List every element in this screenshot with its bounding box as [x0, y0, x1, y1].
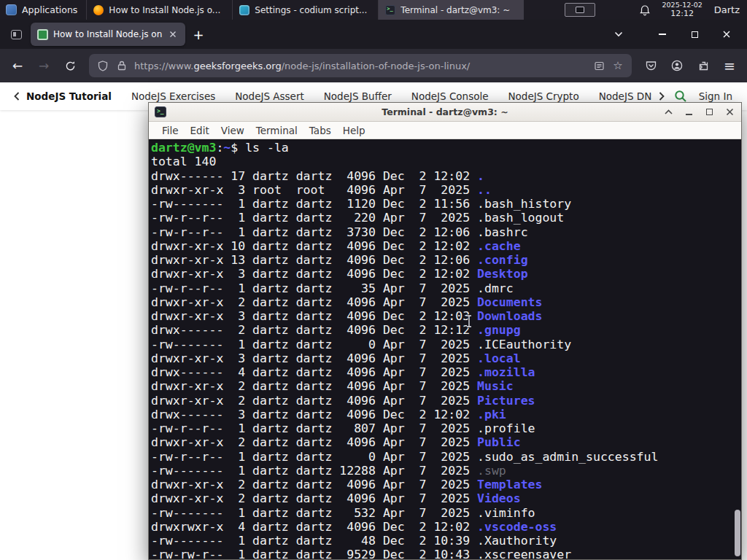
- line-text: drwx------ 17 dartz dartz 4096 Dec 2 12:…: [151, 169, 477, 183]
- file-name: .dmrc: [477, 281, 514, 295]
- menu-icon[interactable]: ≡: [718, 54, 741, 77]
- terminal-line: drwxr-xr-x 13 dartz dartz 4096 Dec 2 12:…: [151, 253, 741, 267]
- nav-scroll-right-icon[interactable]: [655, 90, 668, 103]
- line-text: drwxr-xr-x 2 dartz dartz 4096 Apr 7 2025: [151, 435, 477, 449]
- window-minimize-button[interactable]: [657, 28, 668, 40]
- notification-bell-icon[interactable]: [639, 4, 651, 16]
- applications-menu[interactable]: Applications: [0, 0, 86, 20]
- gfg-favicon: [37, 29, 48, 40]
- terminal-prompt-line: dartz@vm3:~$ ls -la: [151, 141, 741, 155]
- window-close-button[interactable]: [721, 28, 732, 40]
- taskbar-window-title: Settings - codium script...: [255, 5, 367, 15]
- terminal-menu-view[interactable]: View: [215, 125, 250, 136]
- firefox-view-button[interactable]: [6, 24, 26, 44]
- terminal-minimize-button[interactable]: [684, 106, 694, 117]
- terminal-menu-help[interactable]: Help: [337, 125, 371, 136]
- terminal-line: -rw-r--r-- 1 dartz dartz 807 Apr 7 2025 …: [151, 421, 741, 435]
- file-name: .xscreensaver: [477, 548, 571, 559]
- file-name: .cache: [477, 239, 521, 253]
- prompt-user-host: dartz@vm3: [151, 141, 216, 155]
- terminal-line: drwxr-xr-x 3 root root 4096 Apr 7 2025 .…: [151, 183, 741, 197]
- pocket-icon[interactable]: [639, 54, 662, 77]
- sign-in-button[interactable]: Sign In: [699, 90, 732, 102]
- file-name: .swp: [477, 464, 506, 478]
- file-name: Public: [477, 435, 521, 449]
- window-maximize-button[interactable]: [689, 28, 700, 40]
- terminal-menu-terminal[interactable]: Terminal: [250, 125, 303, 136]
- gfg-nav-item[interactable]: NodeJS Tutorial: [26, 90, 112, 102]
- reader-mode-icon[interactable]: [592, 59, 605, 72]
- url-text: https://www.geeksforgeeks.org/node-js/in…: [134, 61, 587, 71]
- gfg-nav-item[interactable]: NodeJS Buffer: [324, 90, 392, 102]
- terminal-line: -rw-r--r-- 1 dartz dartz 3730 Dec 2 12:0…: [151, 225, 741, 239]
- new-tab-button[interactable]: +: [188, 24, 209, 44]
- tracking-shield-icon[interactable]: [96, 59, 109, 72]
- line-text: -rw------- 1 dartz dartz 1120 Dec 2 11:5…: [151, 197, 477, 211]
- file-name: .mozilla: [477, 365, 535, 379]
- workspace-pager[interactable]: [565, 3, 595, 17]
- gfg-nav-item[interactable]: NodeJS Crypto: [508, 90, 579, 102]
- prompt-colon: :: [216, 141, 223, 155]
- gfg-nav-item[interactable]: NodeJS Exercises: [131, 90, 215, 102]
- terminal-line: -rw------- 1 dartz dartz 1120 Dec 2 11:5…: [151, 197, 741, 211]
- reload-icon[interactable]: [58, 54, 82, 77]
- prompt-path: ~: [223, 141, 231, 155]
- terminal-titlebar[interactable]: Terminal - dartz@vm3: ~: [149, 103, 741, 122]
- terminal-maximize-button[interactable]: [704, 106, 715, 117]
- taskbar-window-title: Terminal - dartz@vm3: ~: [400, 5, 510, 15]
- terminal-menu-tabs[interactable]: Tabs: [303, 125, 337, 136]
- taskbar-window-3[interactable]: Terminal - dartz@vm3: ~: [378, 0, 524, 20]
- line-text: -rw-r--r-- 1 dartz dartz 220 Apr 7 2025: [151, 211, 477, 225]
- file-name: .local: [477, 351, 521, 365]
- taskbar-window-2[interactable]: Settings - codium script...: [232, 0, 378, 20]
- terminal-line: drwxr-xr-x 3 dartz dartz 4096 Dec 2 12:0…: [151, 309, 741, 323]
- tab-list-chevron-icon[interactable]: [608, 24, 629, 44]
- line-text: drwxr-xr-x 2 dartz dartz 4096 Apr 7 2025: [151, 478, 477, 491]
- file-name: Downloads: [477, 309, 542, 323]
- back-icon[interactable]: ←: [6, 54, 29, 77]
- pager-terminal-icon: [576, 7, 584, 13]
- line-text: drwxr-xr-x 3 dartz dartz 4096 Dec 2 12:0…: [151, 309, 477, 323]
- gfg-nav-item[interactable]: NodeJS Console: [411, 90, 489, 102]
- clock-time: 12:12: [662, 9, 703, 18]
- tab-close-icon[interactable]: [167, 28, 179, 40]
- firefox-icon: [93, 5, 104, 15]
- account-icon[interactable]: [665, 54, 689, 77]
- padlock-icon: [115, 59, 128, 72]
- terminal-menu-file[interactable]: File: [156, 125, 185, 136]
- terminal-line: drwx------ 3 dartz dartz 4096 Dec 2 12:0…: [151, 408, 741, 421]
- prompt-dollar: $: [231, 141, 245, 155]
- file-name: .sudo_as_admin_successful: [477, 450, 658, 464]
- terminal-line: drwxr-xr-x 3 dartz dartz 4096 Apr 7 2025…: [151, 351, 741, 365]
- file-name: .ICEauthority: [477, 338, 571, 351]
- file-name: .bashrc: [477, 225, 528, 239]
- bookmark-star-icon[interactable]: ☆: [611, 59, 624, 72]
- line-text: drwxr-xr-x 2 dartz dartz 4096 Apr 7 2025: [151, 379, 477, 393]
- line-text: drwxr-xr-x 3 dartz dartz 4096 Dec 2 12:0…: [151, 267, 477, 281]
- line-text: -rw------- 1 dartz dartz 48 Dec 2 10:39: [151, 534, 477, 548]
- firefox-window: How to Install Node.js on... + ← →: [0, 20, 747, 82]
- terminal-output[interactable]: dartz@vm3:~$ ls -la total 140 drwx------…: [149, 139, 741, 559]
- file-name: .: [477, 169, 484, 183]
- applications-menu-icon: [6, 4, 17, 15]
- gfg-nav-item[interactable]: NodeJS Assert: [235, 90, 304, 102]
- terminal-menu-edit[interactable]: Edit: [185, 125, 215, 136]
- desktop-screen: Applications How to Install Node.js o...…: [0, 0, 747, 560]
- terminal-line: drwxr-xr-x 2 dartz dartz 4096 Apr 7 2025…: [151, 491, 741, 505]
- terminal-close-button[interactable]: [724, 106, 735, 117]
- terminal-scrollbar[interactable]: [735, 510, 740, 556]
- gfg-nav-item[interactable]: NodeJS DNS: [599, 90, 652, 102]
- terminal-total-line: total 140: [151, 155, 741, 168]
- taskbar-clock[interactable]: 2025-12-02 12:12: [662, 1, 703, 18]
- file-name: Videos: [477, 491, 521, 505]
- extensions-icon[interactable]: [692, 54, 715, 77]
- taskbar-window-1[interactable]: How to Install Node.js o...: [86, 0, 232, 20]
- tab-title: How to Install Node.js on...: [53, 29, 162, 39]
- terminal-lines: drwx------ 17 dartz dartz 4096 Dec 2 12:…: [151, 169, 741, 560]
- url-bar[interactable]: https://www.geeksforgeeks.org/node-js/in…: [89, 54, 632, 77]
- line-text: -rw-r--r-- 1 dartz dartz 0 Apr 7 2025: [151, 450, 477, 464]
- browser-tab[interactable]: How to Install Node.js on...: [31, 23, 185, 46]
- terminal-shade-icon[interactable]: [663, 106, 674, 117]
- nav-scroll-left-icon[interactable]: [10, 90, 23, 103]
- file-name: .profile: [477, 421, 535, 435]
